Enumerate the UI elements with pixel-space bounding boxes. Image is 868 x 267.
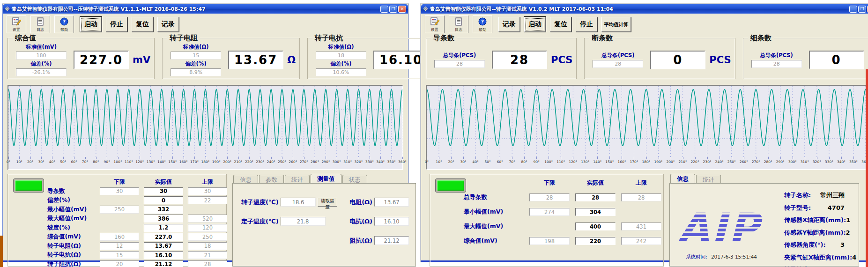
- upper-limit-field[interactable]: 520: [188, 215, 227, 222]
- standard-value-field[interactable]: 180: [16, 52, 67, 59]
- actual-value-field[interactable]: 227.0: [144, 233, 183, 241]
- actual-value-field[interactable]: 13.67: [144, 242, 183, 250]
- value-panel: 导条数总导条(PCS)2828PCS: [426, 38, 577, 79]
- deviation-field[interactable]: 10.6%: [316, 68, 366, 76]
- measure-field-value[interactable]: 13.67: [374, 198, 409, 207]
- actual-value-field[interactable]: 21.12: [144, 260, 183, 267]
- rotor-info-value: 2: [846, 229, 857, 236]
- measure-field-value[interactable]: 16.10: [374, 217, 409, 226]
- actual-value-field[interactable]: 400: [575, 222, 616, 230]
- reset-button[interactable]: 复位: [132, 17, 153, 32]
- close-icon[interactable]: ✕: [398, 6, 406, 13]
- axis-tick-label: 320°: [813, 160, 821, 164]
- lower-limit-field[interactable]: 12: [100, 242, 139, 250]
- upper-limit-field[interactable]: 22: [188, 196, 227, 204]
- log-button[interactable]: 日志: [449, 15, 468, 33]
- average-calc-button[interactable]: 平均值计算: [601, 17, 631, 32]
- actual-value-field[interactable]: 0: [144, 196, 183, 204]
- actual-value-field[interactable]: 304: [575, 208, 616, 216]
- start-button[interactable]: 启动: [524, 17, 546, 32]
- stop-button[interactable]: 停止: [106, 17, 127, 32]
- deviation-field[interactable]: -26.1%: [16, 68, 67, 76]
- upper-limit-field[interactable]: 18: [188, 242, 227, 250]
- axis-tick-mark: [768, 157, 769, 159]
- stop-button[interactable]: 停止: [576, 17, 597, 32]
- upper-limit-field[interactable]: 120: [188, 224, 227, 232]
- stator-temp-field[interactable]: 21.8: [281, 217, 326, 226]
- deviation-label: 偏差(%): [330, 60, 351, 67]
- axis-tick-label: 20°: [27, 160, 33, 164]
- tab-统计[interactable]: 统计: [285, 175, 310, 183]
- help-button[interactable]: ?帮助: [473, 15, 492, 33]
- log-button[interactable]: 日志: [30, 15, 50, 33]
- axis-tick-mark: [8, 157, 9, 159]
- deviation-field[interactable]: 8.9%: [171, 68, 221, 76]
- panel-fields: 总导条(PCS)28: [748, 52, 805, 68]
- lower-limit-field[interactable]: 250: [100, 206, 139, 214]
- standard-value-field[interactable]: 28: [751, 60, 802, 68]
- system-time: 系统时间: 2017-6-3 15:51:44: [686, 254, 757, 260]
- minimize-icon[interactable]: _: [849, 6, 857, 13]
- lower-limit-field[interactable]: 28: [529, 193, 570, 201]
- lower-limit-field[interactable]: 160: [100, 233, 139, 241]
- tab-状态[interactable]: 状态: [342, 175, 367, 183]
- measure-field-value[interactable]: 21.12: [374, 236, 409, 245]
- settings-button[interactable]: 设置: [7, 15, 26, 33]
- read-temperature-button[interactable]: 读取温度: [318, 198, 337, 207]
- axis-tick-label: 140°: [593, 160, 601, 164]
- axis-tick-mark: [695, 157, 696, 159]
- left-titlebar[interactable]: ※ 青岛艾普智能仪器有限公司--压铸转子测试系统 V1.1.1-MLT 2016…: [3, 4, 408, 14]
- standard-value-field[interactable]: 18: [316, 52, 366, 59]
- tab-参数[interactable]: 参数: [259, 175, 284, 183]
- axis-tick-label: 300°: [333, 160, 341, 164]
- upper-limit-field[interactable]: 431: [621, 222, 661, 230]
- unit-label: PCS: [551, 54, 572, 66]
- right-titlebar[interactable]: ※ 青岛艾普智能仪器有限公司--转子测试系统 V1.0.2 MLT 2017-0…: [421, 4, 868, 14]
- axis-tick-label: 240°: [267, 160, 275, 164]
- actual-value-field[interactable]: 28: [575, 193, 616, 201]
- reset-button[interactable]: 复位: [550, 17, 571, 32]
- tab-信息[interactable]: 信息: [670, 174, 695, 183]
- actual-value-field[interactable]: 16.10: [144, 251, 183, 259]
- actual-value-field[interactable]: 332: [144, 206, 183, 214]
- maximize-icon[interactable]: ❐: [389, 6, 397, 13]
- tab-信息[interactable]: 信息: [233, 175, 258, 183]
- lower-limit-field[interactable]: 198: [529, 237, 570, 245]
- standard-value-field[interactable]: 28: [434, 60, 485, 68]
- settings-button[interactable]: 设置: [425, 15, 445, 33]
- lower-limit-field[interactable]: 30: [100, 187, 139, 195]
- record-button[interactable]: 记录: [157, 17, 179, 32]
- actual-value-field[interactable]: 30: [144, 187, 183, 195]
- minimize-icon[interactable]: _: [380, 6, 388, 13]
- record-button[interactable]: 记录: [498, 17, 520, 32]
- row-label: 综合值(mV): [464, 237, 524, 245]
- upper-limit-field[interactable]: 21: [188, 251, 227, 259]
- tab-测量值[interactable]: 测量值: [311, 174, 341, 183]
- measure-field-label: 阻抗(Ω): [349, 237, 372, 245]
- row-label: 总导条数: [464, 193, 524, 201]
- upper-limit-field[interactable]: 242: [621, 237, 661, 245]
- lower-limit-field[interactable]: 274: [529, 208, 570, 216]
- start-button[interactable]: 启动: [80, 17, 102, 32]
- help-icon: ?: [60, 17, 68, 28]
- maximize-icon[interactable]: ❐: [858, 6, 866, 13]
- rotor-temp-field[interactable]: 18.6: [281, 198, 316, 207]
- upper-limit-field[interactable]: 28: [621, 193, 661, 201]
- rotor-info-row: 传感器角度(°):3: [784, 241, 851, 249]
- help-button[interactable]: ?帮助: [54, 15, 74, 33]
- standard-value-field[interactable]: 15: [171, 52, 221, 59]
- actual-value-field[interactable]: 386: [144, 215, 183, 222]
- lower-limit-field[interactable]: 20: [100, 260, 139, 267]
- actual-value-field[interactable]: 1.2: [144, 224, 183, 232]
- upper-limit-field[interactable]: 250: [188, 233, 227, 241]
- axis-tick-mark: [841, 157, 842, 159]
- standard-value-label: 标准值(Ω): [183, 44, 209, 51]
- standard-value-field[interactable]: 28: [593, 60, 643, 68]
- axis-tick-label: 90°: [104, 160, 110, 164]
- upper-limit-field[interactable]: 28: [188, 260, 227, 267]
- lower-limit-field[interactable]: 15: [100, 251, 139, 259]
- actual-value-field[interactable]: 220: [575, 237, 616, 245]
- upper-limit-field[interactable]: 30: [188, 187, 227, 195]
- tab-统计[interactable]: 统计: [696, 175, 721, 183]
- axis-tick-label: 190°: [654, 160, 662, 164]
